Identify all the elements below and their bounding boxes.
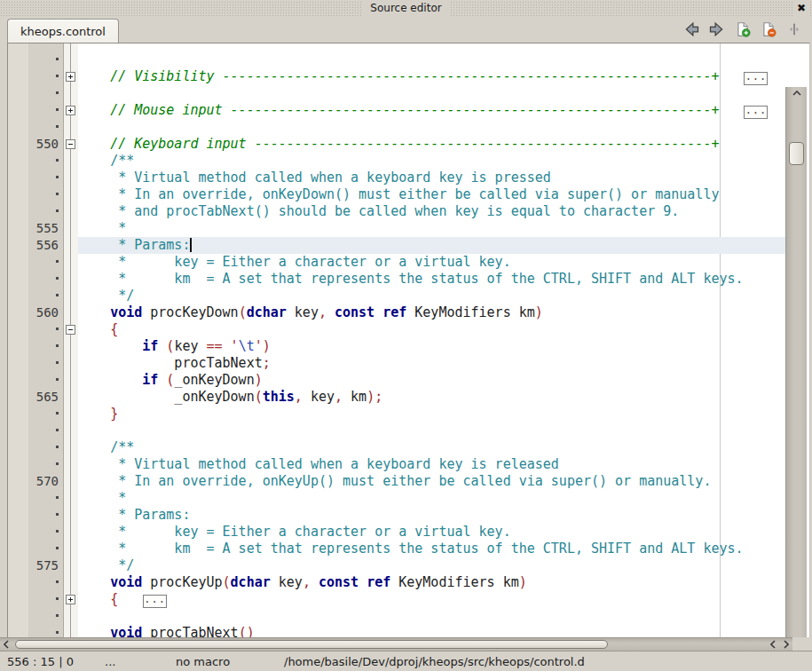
scroll-left-button-2[interactable] [767, 638, 779, 651]
close-document-button[interactable] [760, 20, 777, 38]
code-text[interactable]: * and procTabNext() should be called whe… [78, 203, 788, 220]
fold-gutter [64, 186, 78, 203]
code-text[interactable]: */ [78, 288, 788, 304]
code-text[interactable]: * km = A set that represents the status … [78, 541, 788, 557]
fold-collapse-icon[interactable] [66, 139, 75, 149]
code-text[interactable]: * key = Either a character or a virtual … [78, 254, 788, 271]
code-text[interactable]: * Params: [78, 507, 788, 524]
fold-expand-icon[interactable] [66, 72, 75, 82]
code-text[interactable]: // Visibility --------------------------… [78, 68, 788, 85]
code-line[interactable]: {... [8, 591, 788, 608]
code-line[interactable]: * and procTabNext() should be called whe… [8, 203, 788, 220]
code-text[interactable]: * Virtual method called when a keyboard … [78, 170, 788, 186]
code-line[interactable]: /** [8, 439, 788, 456]
code-text[interactable] [78, 85, 788, 102]
code-text[interactable] [78, 119, 788, 136]
code-text[interactable]: procTabNext; [78, 355, 788, 372]
code-text[interactable] [78, 51, 788, 68]
horizontal-scrollbar[interactable] [0, 637, 792, 651]
code-line[interactable]: if (_onKeyDown) [8, 372, 788, 389]
code-line[interactable] [8, 51, 788, 68]
code-text[interactable]: {... [78, 591, 788, 608]
code-text[interactable]: * Virtual method called when a keyboard … [78, 456, 788, 473]
code-text[interactable]: * key = Either a character or a virtual … [78, 524, 788, 541]
code-line[interactable]: * key = Either a character or a virtual … [8, 254, 788, 271]
code-text[interactable]: if (key == '\t') [78, 338, 788, 355]
code-text[interactable]: */ [78, 557, 788, 574]
collapsed-fold-box[interactable]: ... [143, 595, 167, 608]
vertical-scrollbar[interactable] [785, 87, 807, 637]
line-number [28, 51, 64, 68]
code-line[interactable]: 556 * Params: [8, 237, 788, 254]
fold-expand-icon[interactable] [66, 595, 75, 604]
code-text[interactable] [78, 422, 788, 439]
scroll-left-button[interactable] [0, 638, 12, 651]
vertical-scroll-thumb[interactable] [789, 142, 804, 165]
close-icon[interactable]: ✖ [794, 0, 808, 16]
code-line[interactable] [8, 119, 788, 136]
code-line[interactable] [8, 422, 788, 439]
code-line[interactable]: 555 * [8, 220, 788, 237]
code-text[interactable]: * Params: [78, 237, 788, 254]
code-text[interactable]: * In an override, onKeyUp() must either … [78, 473, 788, 490]
code-line[interactable]: } [8, 406, 788, 422]
code-line[interactable]: 575 */ [8, 557, 788, 574]
code-text[interactable]: // Keyboard input ----------------------… [78, 136, 788, 153]
code-text[interactable]: _onKeyDown(this, key, km); [78, 389, 788, 406]
code-line[interactable]: */ [8, 288, 788, 304]
code-text[interactable]: void procTabNext() [78, 625, 788, 637]
code-line[interactable]: /** [8, 153, 788, 170]
code-text[interactable]: { [78, 321, 788, 338]
gutter-margin [8, 406, 28, 422]
code-line[interactable]: * Params: [8, 507, 788, 524]
code-line[interactable]: * km = A set that represents the status … [8, 541, 788, 557]
code-line[interactable]: void procKeyUp(dchar key, const ref KeyM… [8, 574, 788, 591]
code-text[interactable]: /** [78, 439, 788, 456]
scroll-up-button[interactable] [786, 87, 807, 99]
code-text[interactable]: /** [78, 153, 788, 170]
code-line[interactable]: { [8, 321, 788, 338]
line-dot-marker [56, 91, 59, 94]
code-text[interactable] [78, 608, 788, 625]
code-line[interactable]: 560 void procKeyDown(dchar key, const re… [8, 304, 788, 321]
code-line[interactable] [8, 608, 788, 625]
code-line[interactable]: // Mouse input -------------------------… [8, 102, 788, 119]
code-line[interactable]: * km = A set that represents the status … [8, 271, 788, 288]
code-line[interactable]: * Virtual method called when a keyboard … [8, 170, 788, 186]
code-line[interactable]: void procTabNext() [8, 625, 788, 637]
split-view-button[interactable] [785, 20, 803, 38]
next-source-button[interactable] [708, 20, 726, 38]
fold-collapse-icon[interactable] [66, 325, 75, 335]
fold-expand-icon[interactable] [66, 106, 75, 115]
code-text[interactable]: * [78, 490, 788, 507]
new-document-button[interactable] [734, 20, 752, 38]
code-line[interactable]: * Virtual method called when a keyboard … [8, 456, 788, 473]
code-line[interactable]: * [8, 490, 788, 507]
code-line[interactable] [8, 85, 788, 102]
code-text[interactable]: void procKeyDown(dchar key, const ref Ke… [78, 304, 788, 321]
code-line[interactable]: if (key == '\t') [8, 338, 788, 355]
code-text[interactable]: void procKeyUp(dchar key, const ref KeyM… [78, 574, 788, 591]
code-line[interactable]: procTabNext; [8, 355, 788, 372]
collapsed-fold-box[interactable]: ... [744, 106, 768, 119]
scroll-right-button[interactable] [780, 638, 792, 651]
code-text[interactable]: * In an override, onKeyDown() must eithe… [78, 186, 788, 203]
line-dot-marker [56, 412, 59, 414]
code-text[interactable]: // Mouse input -------------------------… [78, 102, 788, 119]
previous-source-button[interactable] [682, 20, 700, 38]
horizontal-scroll-thumb[interactable] [15, 640, 608, 649]
line-number: 556 [28, 237, 64, 254]
code-line[interactable]: 550 // Keyboard input ------------------… [8, 136, 788, 153]
code-line[interactable]: 570 * In an override, onKeyUp() must eit… [8, 473, 788, 490]
code-line[interactable]: * In an override, onKeyDown() must eithe… [8, 186, 788, 203]
code-editor[interactable]: // Visibility --------------------------… [7, 43, 810, 637]
code-line[interactable]: * key = Either a character or a virtual … [8, 524, 788, 541]
code-text[interactable]: * km = A set that represents the status … [78, 271, 788, 288]
code-text[interactable]: * [78, 220, 788, 237]
code-line[interactable]: 565 _onKeyDown(this, key, km); [8, 389, 788, 406]
code-text[interactable]: } [78, 406, 788, 422]
collapsed-fold-box[interactable]: ... [744, 72, 768, 85]
code-line[interactable]: // Visibility --------------------------… [8, 68, 788, 85]
code-text[interactable]: if (_onKeyDown) [78, 372, 788, 389]
tab-kheops-control[interactable]: kheops.control [7, 19, 119, 43]
